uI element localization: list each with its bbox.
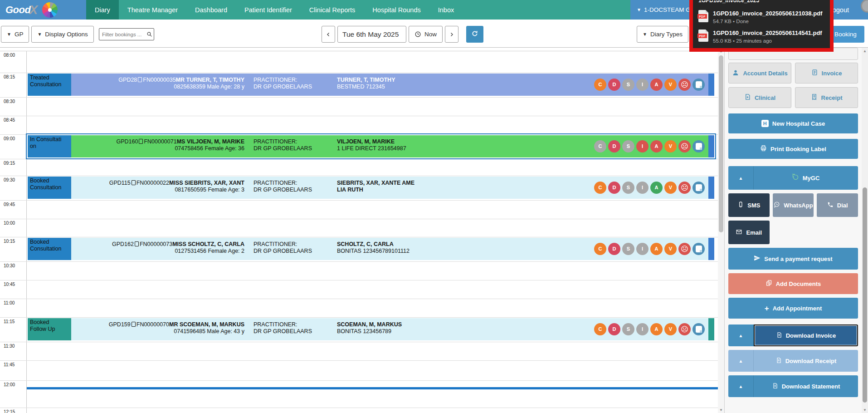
badge-V[interactable]: V <box>664 182 677 194</box>
badge-I[interactable]: I <box>636 140 649 152</box>
badge-V[interactable]: V <box>664 79 677 91</box>
tab-patient-identifier[interactable]: Patient Identifier <box>236 0 301 20</box>
badge-A[interactable]: A <box>650 140 663 152</box>
sidebar-scrollbar-thumb[interactable] <box>863 187 867 403</box>
slot-cell[interactable] <box>27 361 718 380</box>
invoice-button[interactable]: Invoice <box>795 63 858 84</box>
tab-clinical-reports[interactable]: Clinical Reports <box>301 0 364 20</box>
account-details-button[interactable]: Account Details <box>728 63 791 84</box>
sms-button[interactable]: SMS <box>728 193 770 217</box>
unhappy-face-icon[interactable]: ☹ <box>678 323 691 335</box>
slot-08:45[interactable]: 08:45 <box>0 116 718 135</box>
badge-D[interactable]: D <box>608 182 620 194</box>
appointment-GPD159[interactable]: Booked Follow UpGPD159FN00000070MR SCOEM… <box>28 318 714 340</box>
badge-C[interactable]: C <box>594 140 606 152</box>
slot-12:00[interactable]: 12:00 <box>0 381 718 408</box>
slot-cell[interactable]: Booked ConsultationGPD115FN00000022MISS … <box>27 176 718 200</box>
diary-types-dropdown[interactable]: ▼Diary Types <box>637 26 688 43</box>
slot-08:30[interactable]: 08:30 <box>0 98 718 116</box>
badge-D[interactable]: D <box>608 79 620 91</box>
slot-10:15[interactable]: 10:15Booked ConsultationGPD162FN00000073… <box>0 237 718 262</box>
slot-cell[interactable] <box>27 342 718 360</box>
slot-cell[interactable]: Booked ConsultationGPD162FN00000073MISS … <box>27 237 718 261</box>
slot-cell[interactable]: In Consultati onGPD160FN00000071MS VILJO… <box>27 135 718 159</box>
collapse-up-icon[interactable]: ▲ <box>728 350 754 372</box>
tab-theatre-manager[interactable]: Theatre Manager <box>119 0 186 20</box>
gp-dropdown[interactable]: ▼GP <box>1 26 29 43</box>
refresh-button[interactable] <box>466 26 483 43</box>
unhappy-face-icon[interactable]: ☹ <box>678 140 691 152</box>
badge-I[interactable]: I <box>636 323 649 335</box>
badge-A[interactable]: A <box>650 243 663 255</box>
note-icon[interactable] <box>692 140 705 152</box>
slot-08:15[interactable]: 08:15Treated ConsultationGPD28FN00000035… <box>0 73 718 98</box>
badge-C[interactable]: C <box>594 323 606 335</box>
badge-I[interactable]: I <box>636 243 649 255</box>
slot-cell[interactable] <box>27 98 718 116</box>
badge-C[interactable]: C <box>594 79 606 91</box>
unhappy-face-icon[interactable]: ☹ <box>678 243 691 255</box>
whatsapp-button[interactable]: WhatsApp <box>773 193 814 217</box>
receipt-button[interactable]: Receipt <box>795 87 858 108</box>
sidebar-scrollbar[interactable]: ▲ ▼ <box>862 48 868 413</box>
date-input[interactable] <box>337 26 406 43</box>
badge-S[interactable]: S <box>622 79 634 91</box>
download-statement-button[interactable]: Download Statement <box>754 375 858 397</box>
avatar[interactable] <box>861 0 868 13</box>
download-item-1[interactable]: PDF 1GPD160_invoice_20250506121038.pdf 5… <box>698 10 824 24</box>
tab-dashboard[interactable]: Dashboard <box>186 0 236 20</box>
send-payment-request-button[interactable]: Send a payment request <box>728 248 858 270</box>
download-invoice-button[interactable]: Download Invoice <box>754 324 858 346</box>
appointment-GPD160[interactable]: In Consultati onGPD160FN00000071MS VILJO… <box>28 135 714 157</box>
appointment-GPD115[interactable]: Booked ConsultationGPD115FN00000022MISS … <box>28 177 714 199</box>
slot-cell[interactable] <box>27 51 718 73</box>
download-item-2[interactable]: PDF 1GPD160_invoice_20250506114541.pdf 5… <box>698 30 824 44</box>
account-selector[interactable]: ▼1-DOCSTEAM G <box>637 6 691 13</box>
slot-cell[interactable]: Booked Follow UpGPD159FN00000070MR SCOEM… <box>27 318 718 342</box>
slot-09:00[interactable]: 09:00In Consultati onGPD160FN00000071MS … <box>0 135 718 159</box>
slot-10:45[interactable]: 10:45 <box>0 280 718 299</box>
slot-11:00[interactable]: 11:00 <box>0 299 718 318</box>
collapse-up-icon[interactable]: ▲ <box>728 324 754 346</box>
badge-S[interactable]: S <box>622 323 634 335</box>
scroll-down-arrow-icon[interactable]: ▼ <box>862 407 868 413</box>
email-button[interactable]: Email <box>728 221 770 244</box>
tab-inbox[interactable]: Inbox <box>429 0 463 20</box>
note-icon[interactable] <box>692 79 705 91</box>
badge-S[interactable]: S <box>622 182 634 194</box>
badge-C[interactable]: C <box>594 243 606 255</box>
note-icon[interactable] <box>692 182 705 194</box>
slot-cell[interactable] <box>27 408 718 413</box>
badge-D[interactable]: D <box>608 323 620 335</box>
appointment-GPD28[interactable]: Treated ConsultationGPD28FN00000035MR TU… <box>28 74 714 96</box>
add-documents-button[interactable]: Add Documents <box>728 273 858 294</box>
slot-cell[interactable] <box>27 159 718 176</box>
goodx-logo[interactable]: GoodX <box>0 0 86 20</box>
badge-I[interactable]: I <box>636 79 649 91</box>
slot-cell[interactable] <box>27 381 718 408</box>
slot-08:00[interactable]: 08:00 <box>0 51 718 73</box>
badge-V[interactable]: V <box>664 243 677 255</box>
dial-button[interactable]: Dial <box>817 193 858 217</box>
badge-S[interactable]: S <box>622 140 634 152</box>
clinical-button[interactable]: Clinical <box>728 87 791 108</box>
slot-09:45[interactable]: 09:45 <box>0 201 718 219</box>
badge-I[interactable]: I <box>636 182 649 194</box>
slot-09:30[interactable]: 09:30Booked ConsultationGPD115FN00000022… <box>0 176 718 201</box>
badge-V[interactable]: V <box>664 140 677 152</box>
slot-12:15[interactable]: 12:15 <box>0 408 718 413</box>
badge-A[interactable]: A <box>650 323 663 335</box>
filter-bookings-input[interactable] <box>99 28 154 40</box>
slot-cell[interactable] <box>27 219 718 237</box>
download-receipt-button[interactable]: Download Receipt <box>754 350 858 372</box>
unhappy-face-icon[interactable]: ☹ <box>678 182 691 194</box>
slot-11:30[interactable]: 11:30 <box>0 342 718 361</box>
next-day-button[interactable] <box>445 26 458 43</box>
slot-cell[interactable]: Treated ConsultationGPD28FN00000035MR TU… <box>27 73 718 97</box>
slot-09:15[interactable]: 09:15 <box>0 159 718 176</box>
calendar-scrollbar[interactable]: ▲ ▼ <box>718 48 724 413</box>
previous-day-button[interactable] <box>322 26 335 43</box>
slot-11:45[interactable]: 11:45 <box>0 361 718 381</box>
collapse-up-icon[interactable]: ▲ <box>728 166 754 190</box>
slot-cell[interactable] <box>27 201 718 219</box>
